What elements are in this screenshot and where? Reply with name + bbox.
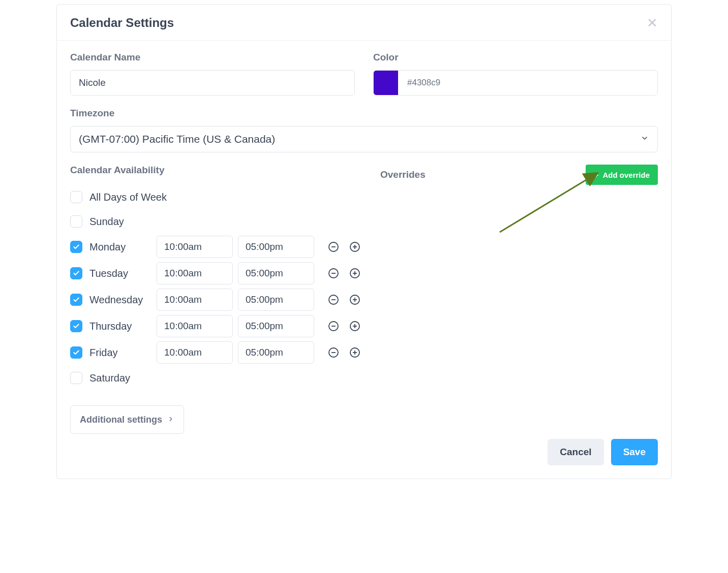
remove-slot-icon[interactable] [326, 293, 341, 307]
start-time-input[interactable] [157, 262, 233, 284]
cancel-button[interactable]: Cancel [548, 439, 603, 465]
timezone-select[interactable] [70, 126, 658, 152]
day-checkbox-sunday[interactable] [70, 215, 82, 228]
close-icon[interactable]: ✕ [647, 16, 658, 29]
add-override-button[interactable]: + Add override [586, 165, 658, 185]
calendar-name-field: Calendar Name [70, 52, 355, 96]
availability-section: Calendar Availability All Days of Week S… [70, 165, 362, 434]
add-slot-icon[interactable] [348, 266, 362, 280]
color-hex-value: #4308c9 [398, 71, 657, 95]
overrides-header: Overrides + Add override [380, 165, 658, 185]
start-time-input[interactable] [157, 236, 233, 258]
day-checkbox-wednesday[interactable] [70, 294, 82, 306]
start-time-input[interactable] [157, 289, 233, 311]
calendar-settings-modal: Calendar Settings ✕ Calendar Name Color … [56, 4, 672, 479]
availability-list: All Days of Week SundayMondayTuesdayWedn… [70, 185, 362, 390]
end-time-input[interactable] [238, 315, 314, 337]
color-field: Color #4308c9 [373, 52, 658, 96]
day-label: Wednesday [89, 294, 157, 306]
save-button[interactable]: Save [611, 439, 658, 465]
color-label: Color [373, 52, 658, 63]
all-days-row: All Days of Week [70, 185, 362, 209]
day-row-monday: Monday [70, 234, 362, 260]
remove-slot-icon[interactable] [326, 240, 341, 254]
end-time-input[interactable] [238, 341, 314, 364]
day-label: Saturday [89, 372, 157, 384]
end-time-input[interactable] [238, 289, 314, 311]
calendar-name-label: Calendar Name [70, 52, 355, 63]
day-row-sunday: Sunday [70, 209, 362, 234]
day-label: Sunday [89, 216, 157, 228]
day-row-tuesday: Tuesday [70, 260, 362, 286]
additional-settings-label: Additional settings [80, 415, 162, 425]
remove-slot-icon[interactable] [326, 319, 341, 333]
day-row-thursday: Thursday [70, 313, 362, 339]
end-time-input[interactable] [238, 236, 314, 258]
remove-slot-icon[interactable] [326, 345, 341, 360]
modal-title: Calendar Settings [70, 16, 174, 30]
end-time-input[interactable] [238, 262, 314, 284]
day-checkbox-tuesday[interactable] [70, 267, 82, 279]
availability-overrides-row: Calendar Availability All Days of Week S… [70, 165, 658, 434]
overrides-section: Overrides + Add override [380, 165, 658, 434]
add-override-label: Add override [602, 171, 650, 179]
modal-body: Calendar Name Color #4308c9 Timezone [57, 41, 671, 439]
chevron-right-icon [167, 415, 174, 425]
color-picker[interactable]: #4308c9 [373, 70, 658, 96]
day-label: Friday [89, 347, 157, 359]
start-time-input[interactable] [157, 315, 233, 337]
day-label: Thursday [89, 321, 157, 332]
remove-slot-icon[interactable] [326, 266, 341, 280]
add-slot-icon[interactable] [348, 293, 362, 307]
plus-icon: + [594, 171, 599, 179]
timezone-select-wrap [70, 126, 658, 152]
day-row-saturday: Saturday [70, 366, 362, 390]
add-slot-icon[interactable] [348, 240, 362, 254]
calendar-name-input[interactable] [70, 70, 355, 96]
all-days-label: All Days of Week [89, 192, 167, 203]
add-slot-icon[interactable] [348, 319, 362, 333]
name-color-row: Calendar Name Color #4308c9 [70, 52, 658, 96]
timezone-field: Timezone [70, 108, 658, 152]
modal-footer: Cancel Save [57, 439, 671, 479]
availability-label: Calendar Availability [70, 165, 362, 176]
add-slot-icon[interactable] [348, 345, 362, 360]
additional-settings-button[interactable]: Additional settings [70, 405, 184, 434]
day-row-friday: Friday [70, 339, 362, 366]
day-label: Monday [89, 241, 157, 253]
day-checkbox-thursday[interactable] [70, 320, 82, 332]
color-swatch [374, 71, 398, 95]
day-checkbox-monday[interactable] [70, 241, 82, 253]
day-row-wednesday: Wednesday [70, 286, 362, 313]
timezone-label: Timezone [70, 108, 658, 119]
overrides-label: Overrides [380, 169, 426, 180]
start-time-input[interactable] [157, 341, 233, 364]
day-label: Tuesday [89, 268, 157, 279]
all-days-checkbox[interactable] [70, 191, 82, 203]
modal-header: Calendar Settings ✕ [57, 5, 671, 41]
day-checkbox-saturday[interactable] [70, 372, 82, 384]
day-checkbox-friday[interactable] [70, 346, 82, 359]
